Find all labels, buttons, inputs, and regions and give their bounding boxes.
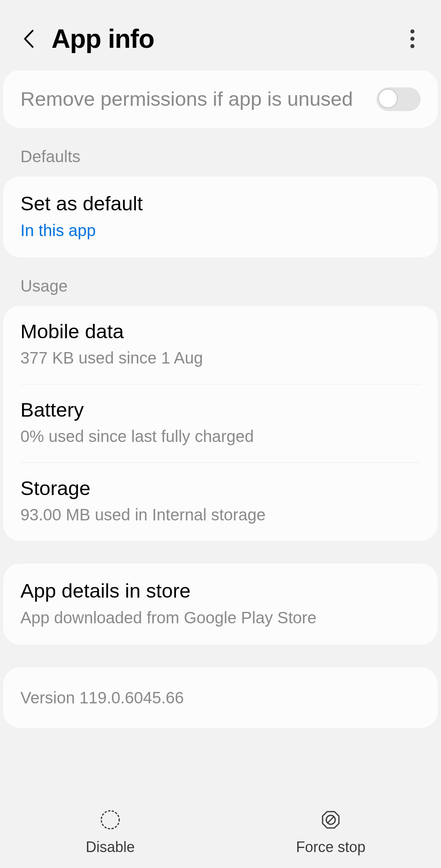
storage-row[interactable]: Storage 93.00 MB used in Internal storag… — [3, 463, 438, 541]
defaults-card: Set as default In this app — [3, 176, 438, 257]
more-vert-icon — [410, 29, 415, 49]
svg-point-1 — [410, 37, 414, 41]
bottom-bar: Disable Force stop — [0, 796, 441, 868]
set-as-default-row[interactable]: Set as default In this app — [3, 176, 438, 257]
set-as-default-title: Set as default — [20, 191, 421, 216]
defaults-section-label: Defaults — [0, 128, 441, 176]
storage-sub: 93.00 MB used in Internal storage — [20, 504, 421, 525]
force-stop-button[interactable]: Force stop — [220, 808, 441, 856]
chevron-left-icon — [22, 29, 35, 49]
force-stop-icon — [319, 808, 342, 831]
remove-permissions-row[interactable]: Remove permissions if app is unused — [3, 70, 438, 128]
disable-label: Disable — [86, 839, 135, 856]
usage-section-label: Usage — [0, 257, 441, 306]
remove-permissions-card: Remove permissions if app is unused — [3, 70, 438, 128]
mobile-data-sub: 377 KB used since 1 Aug — [20, 347, 421, 368]
svg-line-6 — [327, 817, 334, 823]
mobile-data-row[interactable]: Mobile data 377 KB used since 1 Aug — [3, 306, 438, 384]
page-title: App info — [51, 24, 154, 54]
storage-title: Storage — [20, 476, 421, 501]
app-details-store-sub: App downloaded from Google Play Store — [20, 607, 421, 628]
battery-row[interactable]: Battery 0% used since last fully charged — [3, 384, 438, 462]
version-card: Version 119.0.6045.66 — [3, 667, 438, 728]
mobile-data-title: Mobile data — [20, 319, 421, 344]
svg-point-3 — [101, 811, 119, 829]
app-details-store-title: App details in store — [20, 578, 421, 603]
svg-point-0 — [410, 29, 414, 33]
version-text: Version 119.0.6045.66 — [20, 687, 421, 708]
toggle-knob — [378, 89, 398, 108]
header: App info — [0, 0, 441, 70]
remove-permissions-toggle[interactable] — [376, 87, 421, 111]
usage-card: Mobile data 377 KB used since 1 Aug Batt… — [3, 306, 438, 541]
force-stop-label: Force stop — [296, 839, 365, 856]
remove-permissions-label: Remove permissions if app is unused — [20, 87, 376, 112]
store-card: App details in store App downloaded from… — [3, 564, 438, 644]
header-left: App info — [20, 24, 154, 54]
battery-sub: 0% used since last fully charged — [20, 426, 421, 447]
app-details-store-row[interactable]: App details in store App downloaded from… — [3, 564, 438, 644]
set-as-default-sub: In this app — [20, 220, 421, 241]
svg-point-2 — [410, 44, 414, 48]
battery-title: Battery — [20, 397, 421, 422]
spacer — [0, 541, 441, 564]
disable-button[interactable]: Disable — [0, 808, 220, 856]
back-button[interactable] — [20, 31, 37, 47]
disable-icon — [99, 808, 122, 831]
more-options-button[interactable] — [404, 31, 421, 47]
